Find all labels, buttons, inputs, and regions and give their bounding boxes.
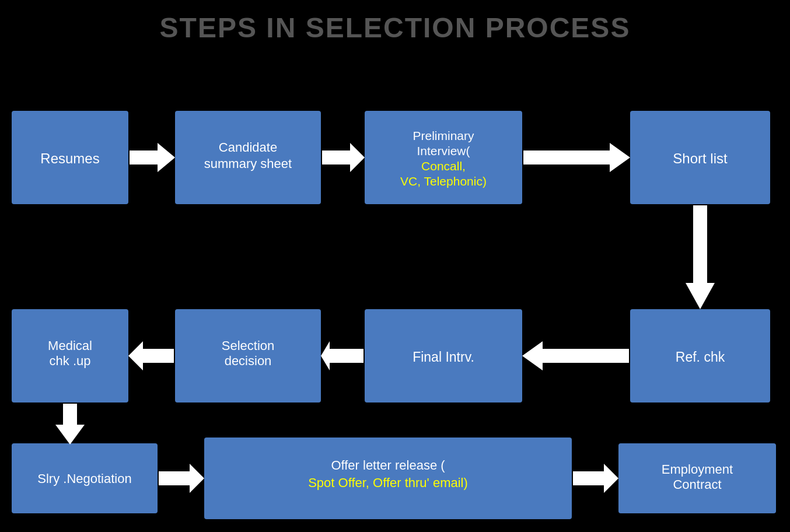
selection-decision-label2: decision [225,354,272,368]
short-list-label: Short list [673,150,728,166]
arrow-candidate-to-preliminary [322,143,365,172]
candidate-summary-label2: summary sheet [204,156,292,171]
preliminary-interview-yellow2: VC, Telephonic) [400,174,487,188]
page-title: STEPS IN SELECTION PROCESS [0,0,790,44]
arrow-resumes-to-candidate [130,143,175,172]
resumes-label: Resumes [40,150,99,166]
arrow-offer-to-employment [573,464,618,493]
preliminary-interview-label1: Preliminary [413,129,474,142]
selection-decision-label1: Selection [222,338,275,353]
arrow-medical-down [55,404,85,444]
employment-contract-label2: Contract [673,477,721,492]
final-intrv-label: Final Intrv. [413,349,474,365]
arrow-selection-to-medical [128,341,174,370]
candidate-summary-label: Candidate [219,140,277,155]
ref-chk-label: Ref. chk [676,349,725,365]
employment-contract-label1: Employment [662,462,733,477]
offer-letter-yellow: Spot Offer, Offer thru' email) [308,475,468,490]
arrow-preliminary-to-shortlist [523,143,630,172]
preliminary-interview-yellow: Concall, [421,159,466,173]
preliminary-interview-label2: Interview( [417,144,470,158]
medical-chk-label1: Medical [48,338,92,353]
arrow-slry-to-offer [159,464,204,493]
medical-chk-label2: chk .up [50,354,91,368]
arrow-finalintrv-to-selection [321,341,363,370]
slry-negotiation-label: Slry .Negotiation [37,471,131,486]
arrow-shortlist-down [686,205,715,309]
offer-letter-label1: Offer letter release ( [331,458,445,473]
preliminary-interview-box [365,111,522,204]
arrow-refchk-to-finalintrv [522,341,629,370]
